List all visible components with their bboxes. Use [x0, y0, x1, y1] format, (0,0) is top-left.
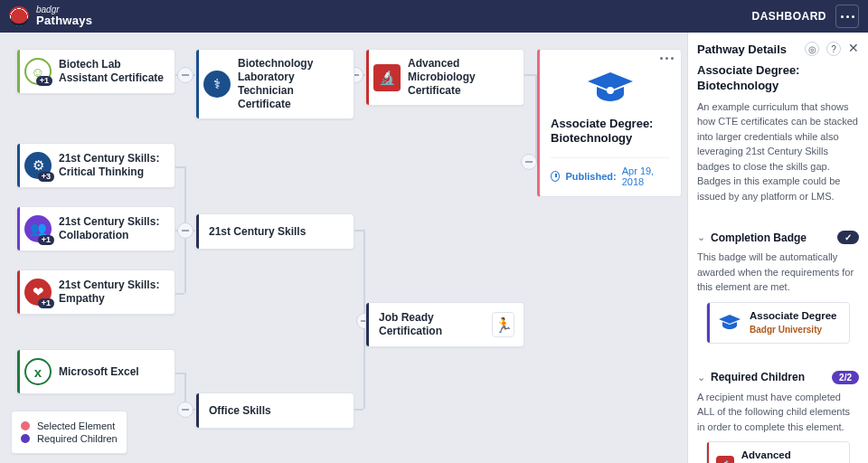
person-icon: ☺+1	[24, 58, 52, 85]
excel-icon: x	[24, 358, 52, 385]
legend-dot-selected-icon	[21, 421, 30, 430]
people-icon: 👥+1	[24, 215, 52, 242]
node-adv-microbiology[interactable]: 🔬 Advanced Microbiology Certificate	[365, 49, 524, 106]
child-count-badge: +3	[38, 172, 54, 182]
chevron-down-icon: ⌄	[697, 232, 705, 243]
connector	[175, 166, 184, 168]
graduation-cap-icon	[717, 310, 742, 335]
node-critical-thinking[interactable]: ⚙+3 21st Century Skills: Critical Thinki…	[16, 143, 175, 188]
legend-selected-label: Selected Element	[37, 420, 115, 431]
collapse-toggle[interactable]	[177, 67, 193, 83]
gear-icon: ⚙+3	[24, 152, 52, 179]
ellipsis-icon	[841, 15, 854, 18]
brand-line1: badgr	[36, 5, 92, 15]
required-description: A recipient must have completed ALL of t…	[697, 390, 859, 435]
node-bio-lab-tech[interactable]: ⚕ Biotechnology Laboratory Technician Ce…	[195, 49, 354, 119]
nav-dashboard[interactable]: DASHBOARD	[752, 10, 827, 23]
required-child-title: Advanced Microbiology Certificate	[741, 449, 842, 463]
node-label: 21st Century Skills	[209, 225, 306, 239]
node-office-skills[interactable]: Office Skills	[195, 392, 354, 429]
chevron-down-icon: ⌄	[697, 372, 705, 383]
node-label: Advanced Microbiology Certificate	[408, 57, 514, 98]
selected-node-card[interactable]: Associate Degree: Biotechnology Publishe…	[537, 49, 682, 197]
card-stripe	[707, 303, 710, 343]
node-biotech-lab-assistant[interactable]: ☺+1 Biotech Lab Assistant Certificate	[16, 49, 175, 94]
details-panel: Pathway Details ◎ ? ✕ Associate Degree: …	[687, 33, 868, 463]
completion-badge-issuer: Badgr University	[750, 325, 837, 335]
clock-icon	[551, 171, 560, 182]
more-menu-button[interactable]	[835, 5, 859, 28]
graduation-cap-icon	[585, 70, 636, 106]
node-label: 21st Century Skills: Empathy	[59, 279, 165, 306]
node-label: Job Ready Certification	[379, 311, 485, 338]
completion-badge-card[interactable]: Associate Degree Badgr University	[706, 302, 850, 344]
completion-description: This badge will be automatically awarded…	[697, 250, 859, 295]
child-count-badge: +1	[38, 235, 54, 245]
node-stripe	[17, 350, 20, 393]
child-count-badge: +1	[38, 298, 54, 308]
node-label: 21st Century Skills: Critical Thinking	[59, 152, 165, 179]
required-child-card[interactable]: 🔬 Advanced Microbiology Certificate	[706, 441, 850, 463]
node-stripe	[17, 144, 20, 187]
node-stripe	[366, 50, 369, 105]
connector	[175, 373, 184, 374]
node-stripe	[17, 50, 20, 93]
section-completion-header[interactable]: ⌄Completion Badge	[688, 222, 868, 250]
selected-title: Associate Degree: Biotechnology	[551, 117, 670, 146]
section-required-header[interactable]: ⌄Required Children 2/2	[688, 362, 868, 390]
ellipsis-icon	[660, 57, 674, 60]
pathway-canvas[interactable]: ☺+1 Biotech Lab Assistant Certificate ⚙+…	[0, 33, 687, 463]
completion-check-pill	[837, 231, 859, 244]
node-stripe	[17, 207, 20, 250]
microscope-icon: 🔬	[716, 456, 734, 463]
child-count-badge: +1	[36, 76, 52, 86]
microscope-icon: 🔬	[373, 64, 401, 91]
published-row: Published: Apr 19, 2018	[551, 157, 670, 187]
connector	[354, 409, 363, 411]
completion-badge-title: Associate Degree	[750, 310, 837, 323]
node-collaboration[interactable]: 👥+1 21st Century Skills: Collaboration	[16, 206, 175, 251]
required-count-pill: 2/2	[832, 371, 859, 384]
top-bar: badgr Pathways DASHBOARD	[0, 0, 868, 33]
node-label: 21st Century Skills: Collaboration	[59, 215, 165, 242]
collapse-toggle[interactable]	[177, 222, 193, 239]
brand: badgr Pathways	[9, 5, 92, 27]
card-more-button[interactable]	[660, 57, 674, 60]
section-required-title: Required Children	[711, 371, 805, 383]
node-21st-century-skills[interactable]: 21st Century Skills	[195, 213, 354, 250]
published-label: Published:	[565, 171, 616, 182]
node-label: Biotechnology Laboratory Technician Cert…	[238, 57, 344, 111]
legend: Selected Element Required Children	[11, 411, 127, 454]
runner-icon: 🏃	[492, 312, 514, 337]
target-button[interactable]: ◎	[805, 42, 819, 56]
svg-point-0	[607, 87, 614, 94]
close-button[interactable]: ✕	[848, 42, 859, 56]
published-date: Apr 19, 2018	[622, 165, 670, 187]
connector	[354, 230, 363, 232]
node-stripe	[196, 50, 199, 118]
section-completion-title: Completion Badge	[711, 232, 807, 244]
card-stripe	[707, 442, 709, 463]
node-empathy[interactable]: ❤+1 21st Century Skills: Empathy	[16, 269, 175, 315]
node-job-ready[interactable]: Job Ready Certification 🏃	[365, 302, 524, 347]
heart-icon: ❤+1	[24, 279, 52, 306]
brand-line2: Pathways	[36, 14, 92, 27]
node-stripe	[196, 393, 199, 428]
brand-logo-icon	[9, 6, 29, 26]
collapse-toggle[interactable]	[521, 154, 537, 170]
legend-dot-required-icon	[21, 434, 30, 443]
panel-description: An example curriculum that shows how CTE…	[697, 99, 859, 204]
node-stripe	[17, 270, 20, 314]
panel-title: Associate Degree: Biotechnology	[697, 63, 859, 94]
connector	[175, 293, 184, 295]
node-label: Microsoft Excel	[59, 365, 139, 379]
panel-header: Pathway Details	[697, 43, 787, 56]
node-label: Biotech Lab Assistant Certificate	[59, 58, 165, 85]
node-label: Office Skills	[209, 404, 271, 418]
collapse-toggle[interactable]	[177, 402, 193, 418]
node-stripe	[196, 214, 199, 249]
help-button[interactable]: ?	[826, 42, 841, 56]
dna-icon: ⚕	[203, 71, 231, 98]
node-stripe	[366, 303, 369, 346]
node-excel[interactable]: x Microsoft Excel	[16, 349, 175, 394]
